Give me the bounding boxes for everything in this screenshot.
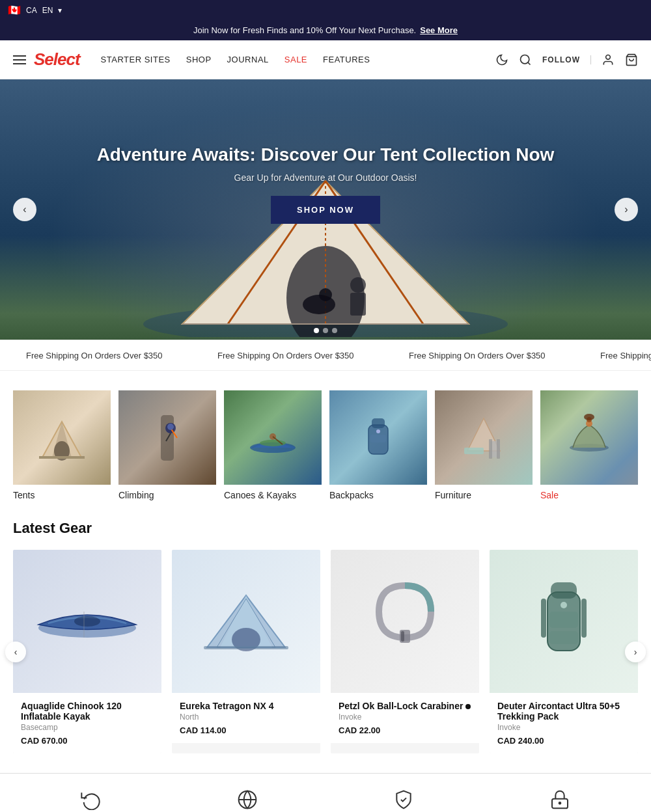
svg-rect-51 bbox=[401, 631, 404, 642]
hero-indicators bbox=[314, 328, 337, 333]
category-canoes[interactable]: Canoes & Kayaks bbox=[224, 390, 322, 500]
nav-journal[interactable]: JOURNAL bbox=[227, 55, 269, 64]
color-dot bbox=[465, 704, 471, 709]
product-carabiner-price: CAD 22.00 bbox=[339, 725, 471, 735]
product-kayak[interactable]: Aquaglide Chinook 120 Inflatable Kayak B… bbox=[13, 550, 161, 753]
product-carabiner-brand: Invoke bbox=[339, 712, 471, 722]
products-row: ‹ Aquaglide Chinook 120 Inflatable Kayak… bbox=[13, 550, 638, 753]
product-tent-info: Eureka Tetragon NX 4 North CAD 114.00 bbox=[172, 693, 320, 743]
svg-rect-37 bbox=[464, 448, 484, 454]
category-backpacks-image bbox=[329, 390, 427, 485]
return-icon[interactable] bbox=[81, 789, 102, 810]
product-kayak-price: CAD 670.00 bbox=[21, 736, 154, 746]
product-kayak-image bbox=[13, 550, 161, 693]
product-backpack-price: CAD 240.00 bbox=[497, 736, 630, 746]
hero-content: Adventure Awaits: Discover Our Tent Coll… bbox=[97, 143, 555, 223]
svg-rect-54 bbox=[549, 612, 578, 628]
svg-point-41 bbox=[584, 414, 594, 420]
product-backpack-info: Deuter Aircontact Ultra 50+5 Trekking Pa… bbox=[490, 693, 638, 753]
product-tent-price: CAD 114.00 bbox=[180, 725, 312, 735]
svg-rect-53 bbox=[551, 582, 577, 599]
product-kayak-info: Aquaglide Chinook 120 Inflatable Kayak B… bbox=[13, 693, 161, 753]
follow-button[interactable]: FOLLOW bbox=[542, 55, 591, 64]
globe-icon[interactable] bbox=[237, 789, 258, 810]
nav-sale[interactable]: SALE bbox=[284, 55, 307, 64]
user-icon[interactable] bbox=[602, 53, 615, 66]
product-kayak-brand: Basecamp bbox=[21, 723, 154, 732]
nav-shop[interactable]: SHOP bbox=[186, 55, 212, 64]
hero-subtitle: Gear Up for Adventure at Our Outdoor Oas… bbox=[97, 172, 555, 183]
logo[interactable]: Select bbox=[34, 49, 80, 70]
category-sale-image bbox=[540, 390, 638, 485]
country-code: CA bbox=[26, 6, 37, 15]
category-tents[interactable]: Tents bbox=[13, 390, 111, 500]
products-prev-button[interactable]: ‹ bbox=[5, 642, 26, 662]
cart-icon[interactable] bbox=[625, 53, 638, 66]
hero-dot-3[interactable] bbox=[332, 328, 337, 333]
nav-right: FOLLOW bbox=[495, 53, 638, 66]
svg-rect-15 bbox=[350, 293, 366, 316]
announcement-cta[interactable]: See More bbox=[420, 25, 458, 35]
dark-mode-icon[interactable] bbox=[495, 53, 508, 66]
category-backpacks-label: Backpacks bbox=[329, 490, 427, 500]
latest-gear-section: Latest Gear ‹ Aquaglide Chinook 120 Infl… bbox=[0, 513, 651, 773]
verified-icon[interactable] bbox=[393, 789, 414, 810]
svg-point-14 bbox=[350, 277, 366, 293]
svg-rect-35 bbox=[489, 439, 492, 459]
svg-point-56 bbox=[561, 602, 567, 608]
svg-point-13 bbox=[319, 288, 332, 301]
product-kayak-name: Aquaglide Chinook 120 Inflatable Kayak bbox=[21, 701, 154, 722]
categories-grid: Tents Climbing bbox=[13, 390, 638, 500]
product-tent-brand: North bbox=[180, 712, 312, 722]
product-tent-name: Eureka Tetragon NX 4 bbox=[180, 701, 312, 711]
svg-point-32 bbox=[376, 429, 380, 433]
product-carabiner-info: Petzl Ok Ball-Lock Carabiner Invoke CAD … bbox=[331, 693, 479, 743]
svg-point-62 bbox=[559, 802, 561, 804]
hero-prev-button[interactable]: ‹ bbox=[13, 198, 36, 221]
category-canoes-image bbox=[224, 390, 322, 485]
shop-now-button[interactable]: SHOP NOW bbox=[271, 196, 380, 224]
lock-icon[interactable] bbox=[549, 789, 570, 810]
category-canoes-label: Canoes & Kayaks bbox=[224, 490, 322, 500]
shipping-bar: Free Shipping On Orders Over $350 Free S… bbox=[0, 340, 651, 371]
language-code: EN bbox=[42, 6, 53, 15]
search-icon[interactable] bbox=[519, 53, 532, 66]
footer-icons bbox=[0, 773, 651, 812]
svg-point-0 bbox=[521, 55, 529, 63]
hero-next-button[interactable]: › bbox=[615, 198, 638, 221]
hero-dot-1[interactable] bbox=[314, 328, 319, 333]
svg-rect-31 bbox=[370, 435, 386, 442]
product-tent-image bbox=[172, 550, 320, 693]
latest-gear-title: Latest Gear bbox=[13, 520, 638, 537]
shipping-message-2: Free Shipping On Orders Over $350 bbox=[191, 351, 380, 360]
locale-chevron[interactable]: ▾ bbox=[58, 6, 62, 15]
product-backpack-brand: Invoke bbox=[497, 723, 630, 732]
hamburger-button[interactable] bbox=[13, 55, 26, 64]
category-climbing-image bbox=[118, 390, 216, 485]
category-furniture[interactable]: Furniture bbox=[435, 390, 533, 500]
hero-dot-2[interactable] bbox=[323, 328, 328, 333]
nav-left: Select STARTER SITES SHOP JOURNAL SALE F… bbox=[13, 49, 370, 70]
category-furniture-label: Furniture bbox=[435, 490, 533, 500]
product-backpack-image bbox=[490, 550, 638, 693]
main-nav: Select STARTER SITES SHOP JOURNAL SALE F… bbox=[0, 40, 651, 79]
nav-starter-sites[interactable]: STARTER SITES bbox=[101, 55, 171, 64]
svg-point-43 bbox=[74, 616, 100, 627]
svg-point-2 bbox=[606, 55, 611, 59]
svg-rect-30 bbox=[372, 418, 385, 428]
category-climbing[interactable]: Climbing bbox=[118, 390, 216, 500]
category-backpacks[interactable]: Backpacks bbox=[329, 390, 427, 500]
product-tent[interactable]: Eureka Tetragon NX 4 North CAD 114.00 bbox=[172, 550, 320, 753]
category-climbing-label: Climbing bbox=[118, 490, 216, 500]
announcement-text: Join Now for Fresh Finds and 10% Off You… bbox=[193, 25, 416, 35]
product-carabiner[interactable]: Petzl Ok Ball-Lock Carabiner Invoke CAD … bbox=[331, 550, 479, 753]
category-sale[interactable]: Sale bbox=[540, 390, 638, 500]
svg-rect-36 bbox=[497, 439, 500, 459]
category-tents-image bbox=[13, 390, 111, 485]
product-backpack[interactable]: Deuter Aircontact Ultra 50+5 Trekking Pa… bbox=[490, 550, 638, 753]
nav-features[interactable]: FEATURES bbox=[323, 55, 370, 64]
shipping-message-3: Free Shipping On Orders Over $350 bbox=[383, 351, 572, 360]
categories-section: Tents Climbing bbox=[0, 371, 651, 513]
category-furniture-image bbox=[435, 390, 533, 485]
products-next-button[interactable]: › bbox=[625, 642, 646, 662]
